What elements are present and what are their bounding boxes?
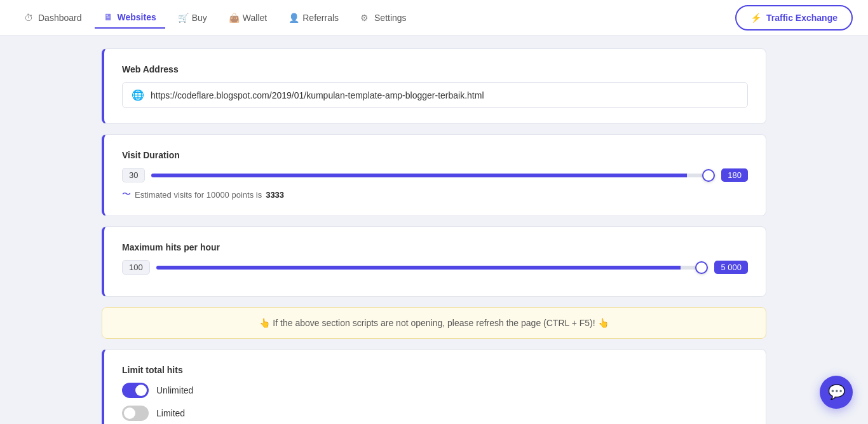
traffic-exchange-button[interactable]: ⚡ Traffic Exchange [735, 5, 853, 31]
nav-item-settings[interactable]: ⚙ Settings [351, 8, 416, 28]
nav-label-referrals: Referrals [302, 13, 339, 23]
visit-duration-slider-wrap [151, 169, 715, 182]
url-input-wrap: 🌐 [122, 82, 748, 108]
limited-toggle[interactable] [122, 406, 149, 421]
visit-duration-slider[interactable] [151, 174, 715, 177]
max-hits-card: Maximum hits per hour 100 5 000 [102, 226, 766, 297]
estimate-text: Estimated visits for 10000 points is [135, 190, 262, 200]
limited-toggle-row: Limited [122, 406, 748, 421]
web-address-card: Web Address 🌐 [102, 48, 766, 124]
chat-button[interactable]: 💬 [820, 376, 853, 409]
nav-item-dashboard[interactable]: ⏱ Dashboard [15, 8, 91, 28]
nav-links: ⏱ Dashboard 🖥 Websites 🛒 Buy 👜 Wallet 👤 … [15, 7, 416, 29]
max-hits-label: Maximum hits per hour [122, 242, 748, 252]
unlimited-label: Unlimited [156, 385, 193, 395]
nav-label-websites: Websites [118, 12, 156, 22]
estimate-icon: 〜 [122, 189, 131, 200]
nav-label-buy: Buy [192, 13, 207, 23]
chat-icon: 💬 [828, 384, 845, 400]
limit-total-hits-card: Limit total hits Unlimited Limited [102, 349, 766, 424]
nav-item-referrals[interactable]: 👤 Referrals [280, 8, 348, 28]
warning-text: 👆 If the above section scripts are not o… [259, 318, 608, 328]
navbar: ⏱ Dashboard 🖥 Websites 🛒 Buy 👜 Wallet 👤 … [0, 0, 868, 36]
estimate-value: 3333 [266, 190, 284, 200]
max-hits-range-row: 100 5 000 [122, 260, 748, 275]
nav-item-wallet[interactable]: 👜 Wallet [220, 8, 276, 28]
estimate-row: 〜 Estimated visits for 10000 points is 3… [122, 189, 748, 200]
settings-icon: ⚙ [360, 13, 370, 23]
traffic-exchange-icon: ⚡ [750, 13, 761, 23]
nav-item-buy[interactable]: 🛒 Buy [169, 8, 216, 28]
unlimited-toggle-row: Unlimited [122, 383, 748, 398]
limited-label: Limited [156, 408, 185, 418]
dashboard-icon: ⏱ [24, 13, 34, 23]
visit-duration-card: Visit Duration 30 180 〜 Estimated visits… [102, 134, 766, 216]
buy-icon: 🛒 [178, 13, 188, 23]
max-hits-slider-wrap [156, 261, 709, 274]
nav-label-settings: Settings [374, 13, 407, 23]
web-address-label: Web Address [122, 64, 748, 74]
max-hits-slider[interactable] [156, 266, 709, 270]
visit-duration-min: 30 [122, 168, 145, 182]
visit-duration-range-row: 30 180 [122, 168, 748, 182]
referrals-icon: 👤 [288, 13, 299, 23]
globe-icon: 🌐 [132, 89, 144, 101]
wallet-icon: 👜 [229, 13, 239, 23]
nav-label-dashboard: Dashboard [38, 13, 82, 23]
warning-banner: 👆 If the above section scripts are not o… [102, 307, 766, 339]
max-hits-min: 100 [122, 260, 150, 275]
nav-item-websites[interactable]: 🖥 Websites [95, 7, 165, 29]
visit-duration-label: Visit Duration [122, 150, 748, 160]
websites-icon: 🖥 [104, 12, 114, 22]
limit-total-hits-label: Limit total hits [122, 365, 748, 375]
main-content: Web Address 🌐 Visit Duration 30 180 〜 Es… [0, 36, 868, 424]
visit-duration-max: 180 [721, 168, 748, 182]
limited-toggle-thumb [124, 407, 135, 419]
unlimited-toggle[interactable] [122, 383, 149, 398]
nav-label-wallet: Wallet [243, 13, 267, 23]
unlimited-toggle-thumb [135, 385, 147, 396]
max-hits-max: 5 000 [714, 261, 748, 274]
url-input[interactable] [151, 90, 738, 100]
traffic-exchange-label: Traffic Exchange [766, 13, 837, 23]
